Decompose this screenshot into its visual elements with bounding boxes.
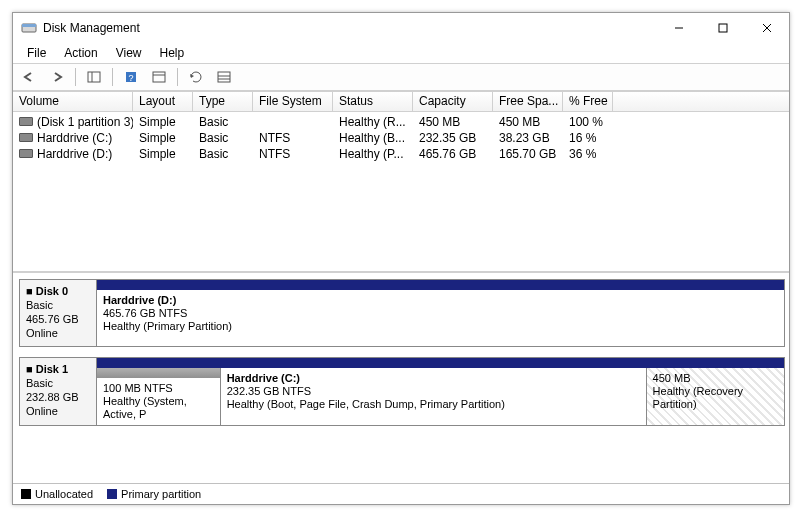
partition[interactable]: Harddrive (C:)232.35 GB NTFSHealthy (Boo… [221, 368, 647, 425]
column-header-pctfree[interactable]: % Free [563, 91, 613, 111]
volume-cell: 450 MB [413, 115, 493, 129]
partition-color-bar [97, 358, 784, 368]
volume-cell: Basic [193, 131, 253, 145]
volume-cell: Harddrive (D:) [13, 147, 133, 161]
menu-bar: File Action View Help [13, 43, 789, 63]
volume-icon [19, 149, 33, 158]
column-header-blank [613, 91, 789, 111]
show-hide-console-tree-button[interactable] [82, 65, 106, 89]
svg-rect-6 [88, 72, 100, 82]
volume-icon [19, 133, 33, 142]
volume-cell: 100 % [563, 115, 613, 129]
help-button[interactable]: ? [119, 65, 143, 89]
disk-row[interactable]: ■ Disk 1Basic232.88 GBOnline100 MB NTFSH… [19, 357, 785, 426]
volume-cell: Simple [133, 147, 193, 161]
volume-cell: Basic [193, 147, 253, 161]
title-bar: Disk Management [13, 13, 789, 43]
volume-cell: Healthy (P... [333, 147, 413, 161]
back-button[interactable] [17, 65, 41, 89]
toolbar: ? [13, 63, 789, 91]
column-header-capacity[interactable]: Capacity [413, 91, 493, 111]
volume-cell: NTFS [253, 147, 333, 161]
toolbar-separator [75, 68, 76, 86]
legend: Unallocated Primary partition [13, 483, 789, 504]
menu-help[interactable]: Help [152, 44, 193, 62]
window-title: Disk Management [43, 21, 657, 35]
partition[interactable]: Harddrive (D:)465.76 GB NTFSHealthy (Pri… [97, 290, 784, 346]
volume-cell: NTFS [253, 131, 333, 145]
volume-cell: Simple [133, 115, 193, 129]
svg-text:?: ? [128, 73, 133, 83]
volume-cell: 38.23 GB [493, 131, 563, 145]
close-button[interactable] [745, 14, 789, 42]
partition[interactable]: 100 MB NTFSHealthy (System, Active, P [97, 368, 221, 425]
forward-button[interactable] [45, 65, 69, 89]
legend-swatch-primary [107, 489, 117, 499]
column-header-layout[interactable]: Layout [133, 91, 193, 111]
volume-list-header: Volume Layout Type File System Status Ca… [13, 91, 789, 112]
properties-button[interactable] [147, 65, 171, 89]
app-icon [21, 20, 37, 36]
column-header-volume[interactable]: Volume [13, 91, 133, 111]
disk-label[interactable]: ■ Disk 1Basic232.88 GBOnline [19, 357, 97, 426]
volume-cell: Simple [133, 131, 193, 145]
partition-color-bar [97, 280, 784, 290]
volume-cell: 36 % [563, 147, 613, 161]
svg-rect-12 [218, 72, 230, 82]
volume-cell: 165.70 GB [493, 147, 563, 161]
volume-cell: 465.76 GB [413, 147, 493, 161]
legend-primary: Primary partition [107, 488, 201, 500]
column-header-status[interactable]: Status [333, 91, 413, 111]
svg-rect-3 [719, 24, 727, 32]
legend-unallocated: Unallocated [21, 488, 93, 500]
volume-row[interactable]: (Disk 1 partition 3)SimpleBasicHealthy (… [13, 114, 789, 130]
toolbar-separator [177, 68, 178, 86]
column-header-filesystem[interactable]: File System [253, 91, 333, 111]
svg-rect-10 [153, 72, 165, 82]
list-settings-button[interactable] [212, 65, 236, 89]
disk-graphical-view[interactable]: ■ Disk 0Basic465.76 GBOnlineHarddrive (D… [13, 273, 789, 483]
window-controls [657, 14, 789, 42]
partition-body: Harddrive (D:)465.76 GB NTFSHealthy (Pri… [97, 290, 784, 346]
disk-partitions: Harddrive (D:)465.76 GB NTFSHealthy (Pri… [97, 279, 785, 347]
partition[interactable]: 450 MBHealthy (Recovery Partition) [647, 368, 784, 425]
volume-cell: 16 % [563, 131, 613, 145]
volume-cell: Healthy (B... [333, 131, 413, 145]
disk-row[interactable]: ■ Disk 0Basic465.76 GBOnlineHarddrive (D… [19, 279, 785, 347]
volume-cell: Harddrive (C:) [13, 131, 133, 145]
volume-list[interactable]: Volume Layout Type File System Status Ca… [13, 91, 789, 273]
column-header-type[interactable]: Type [193, 91, 253, 111]
legend-swatch-unallocated [21, 489, 31, 499]
minimize-button[interactable] [657, 14, 701, 42]
volume-icon [19, 117, 33, 126]
svg-rect-1 [22, 24, 36, 27]
volume-cell: 232.35 GB [413, 131, 493, 145]
disk-partitions: 100 MB NTFSHealthy (System, Active, PHar… [97, 357, 785, 426]
maximize-button[interactable] [701, 14, 745, 42]
partition-reserved-bar [97, 368, 220, 378]
volume-cell: Basic [193, 115, 253, 129]
disk-label[interactable]: ■ Disk 0Basic465.76 GBOnline [19, 279, 97, 347]
column-header-freespace[interactable]: Free Spa... [493, 91, 563, 111]
partition-body: 100 MB NTFSHealthy (System, Active, PHar… [97, 368, 784, 425]
volume-cell: (Disk 1 partition 3) [13, 115, 133, 129]
volume-row[interactable]: Harddrive (D:)SimpleBasicNTFSHealthy (P.… [13, 146, 789, 162]
refresh-button[interactable] [184, 65, 208, 89]
volume-cell: 450 MB [493, 115, 563, 129]
volume-cell: Healthy (R... [333, 115, 413, 129]
menu-file[interactable]: File [19, 44, 54, 62]
menu-action[interactable]: Action [56, 44, 105, 62]
menu-view[interactable]: View [108, 44, 150, 62]
volume-row[interactable]: Harddrive (C:)SimpleBasicNTFSHealthy (B.… [13, 130, 789, 146]
toolbar-separator [112, 68, 113, 86]
